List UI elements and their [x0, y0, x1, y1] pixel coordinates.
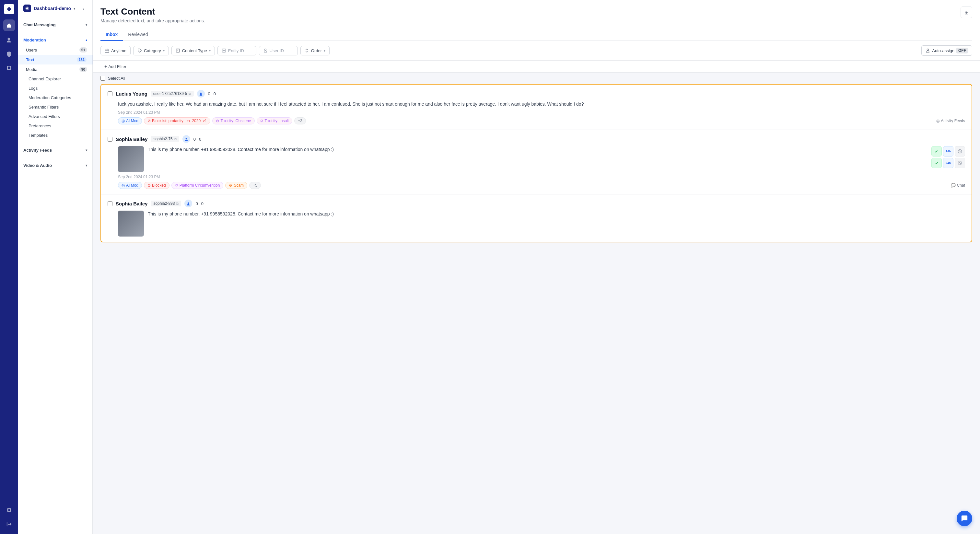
sidebar-section-moderation-header[interactable]: Moderation ▴: [18, 35, 92, 45]
card-3-count1: 0: [196, 201, 198, 206]
card-2-user-icon: [183, 135, 190, 143]
sidebar-item-templates[interactable]: Templates: [18, 130, 92, 140]
moderation-categories-label: Moderation Categories: [29, 95, 71, 100]
card-2-tag-more[interactable]: +5: [249, 182, 261, 189]
auto-assign-button[interactable]: Auto-assign OFF: [921, 45, 972, 56]
card-2-action-row-1: ✓ 24h: [931, 146, 965, 156]
sidebar-section-chat-header[interactable]: Chat Messaging ▾: [18, 20, 92, 30]
sidebar-item-preferences[interactable]: Preferences: [18, 121, 92, 130]
sidebar-item-media-badge: 90: [80, 67, 87, 72]
card-2-approve-btn[interactable]: ✓: [931, 146, 942, 156]
sidebar-item-moderation-categories[interactable]: Moderation Categories: [18, 93, 92, 102]
card-2-tag-blocked[interactable]: ⊘ Blocked: [144, 182, 170, 189]
card-2-body: This is my phone number. +91 9958592028.…: [108, 146, 965, 172]
video-audio-chevron: ▾: [86, 164, 87, 167]
card-2-block-btn-2[interactable]: [955, 158, 965, 168]
insult-label: Toxicity: Insult: [265, 119, 289, 123]
card-1-tag-insult[interactable]: ⊘ Toxicity: Insult: [257, 117, 293, 124]
float-chat-button[interactable]: [957, 511, 972, 526]
semantic-filters-label: Semantic Filters: [29, 105, 59, 110]
card-2-user-id[interactable]: sophia2-76 ⧉: [151, 136, 179, 142]
card-3-count2: 0: [201, 201, 204, 206]
chat-messaging-label: Chat Messaging: [23, 22, 56, 27]
card-2-aimod-label: AI Mod: [126, 183, 138, 188]
card-1-count2: 0: [213, 91, 216, 96]
category-filter[interactable]: Category ▾: [133, 46, 169, 56]
content-type-filter[interactable]: Content Type ▾: [172, 46, 215, 56]
card-3-body: This is my phone number. +91 9958592028.…: [108, 211, 965, 237]
card-2-copy-icon[interactable]: ⧉: [174, 137, 177, 141]
sidebar-header: Dashboard-demo ▾ ‹: [18, 0, 92, 17]
sidebar-item-logs[interactable]: Logs: [18, 84, 92, 93]
nav-icon-settings[interactable]: [3, 504, 15, 516]
sidebar-item-advanced-filters[interactable]: Advanced Filters: [18, 112, 92, 121]
activity-feeds-label: Activity Feeds: [23, 148, 52, 153]
logs-label: Logs: [29, 86, 38, 91]
tab-reviewed[interactable]: Reviewed: [123, 29, 153, 41]
card-2-timer-btn-1[interactable]: 24h: [943, 146, 953, 156]
tab-inbox[interactable]: Inbox: [100, 29, 123, 41]
sidebar-item-text-badge: 181: [77, 57, 86, 62]
sidebar: Dashboard-demo ▾ ‹ Chat Messaging ▾ Mode…: [18, 0, 93, 534]
sidebar-collapse-button[interactable]: ‹: [80, 5, 87, 12]
card-2-text: This is my phone number. +91 9958592028.…: [148, 146, 928, 172]
filters-bar: Anytime Category ▾ Content Type ▾ Entity…: [93, 41, 980, 60]
content-type-label: Content Type: [182, 48, 207, 53]
card-2-checkbox[interactable]: [108, 137, 113, 141]
card-3-checkbox[interactable]: [108, 201, 113, 206]
nav-icon-shield[interactable]: [3, 48, 15, 60]
icon-bar: [0, 0, 18, 534]
grid-view-button[interactable]: ⊞: [961, 6, 972, 18]
sidebar-section-activity: Activity Feeds ▾: [18, 143, 92, 158]
card-2-blocked-icon: ⊘: [148, 183, 151, 188]
workspace-selector[interactable]: Dashboard-demo ▾: [23, 5, 75, 12]
user-id-filter[interactable]: User ID: [259, 46, 298, 56]
card-2-timestamp: Sep 2nd 2024 01:23 PM: [108, 172, 965, 181]
card-1-tag-more[interactable]: +3: [294, 117, 306, 124]
entity-id-filter[interactable]: Entity ID: [218, 46, 256, 56]
card-1-user-id[interactable]: user-1725276189-5 ⧉: [151, 91, 194, 97]
sidebar-item-channel-explorer[interactable]: Channel Explorer: [18, 74, 92, 84]
app-logo[interactable]: [4, 4, 14, 14]
content-type-icon: [176, 48, 180, 53]
sidebar-item-text[interactable]: Text 181: [18, 55, 92, 65]
select-all-label: Select All: [108, 76, 125, 81]
card-3-copy-icon[interactable]: ⧉: [176, 202, 178, 206]
nav-icon-users[interactable]: [3, 34, 15, 45]
card-1-tag-aimod[interactable]: ◎ AI Mod: [118, 117, 142, 124]
card-1-tag-blocklist[interactable]: ⊘ Blocklist: profanity_en_2020_v1: [144, 117, 210, 124]
sidebar-item-text-label: Text: [26, 57, 34, 62]
order-icon: [305, 48, 309, 53]
card-1-copy-icon[interactable]: ⧉: [189, 92, 191, 96]
anytime-filter[interactable]: Anytime: [100, 46, 130, 56]
grid-icon: ⊞: [964, 10, 969, 16]
activity-feeds-chevron: ▾: [86, 148, 87, 152]
card-2-tag-platform[interactable]: ↻ Platform Circumvention: [172, 182, 224, 189]
order-filter[interactable]: Order ▾: [301, 46, 329, 56]
card-3-user-icon: [185, 200, 192, 207]
card-2-tag-scam[interactable]: ⚙ Scam: [225, 182, 247, 189]
sidebar-section-video-header[interactable]: Video & Audio ▾: [18, 161, 92, 170]
sidebar-item-media[interactable]: Media 90: [18, 65, 92, 74]
sidebar-section-activity-header[interactable]: Activity Feeds ▾: [18, 145, 92, 155]
card-2-user-id-text: sophia2-76: [153, 137, 172, 141]
nav-icon-logout[interactable]: [3, 518, 15, 530]
card-2-platform-icon: ↻: [175, 183, 178, 188]
nav-icon-book[interactable]: [3, 62, 15, 74]
card-1-tag-obscene[interactable]: ⊘ Toxicity: Obscene: [212, 117, 255, 124]
card-3-user-id[interactable]: sophia2-893 ⧉: [151, 200, 181, 207]
card-2-block-btn-1[interactable]: [955, 146, 965, 156]
entity-id-icon: [222, 48, 226, 53]
nav-icon-home[interactable]: [3, 19, 15, 31]
page-subtitle: Manage detected text, and take appropria…: [100, 18, 972, 23]
card-2-check-btn[interactable]: [931, 158, 942, 168]
select-all-checkbox[interactable]: [100, 76, 105, 81]
add-filter-button[interactable]: + Add Filter: [100, 62, 130, 71]
workspace-icon: [23, 5, 31, 12]
sidebar-item-semantic-filters[interactable]: Semantic Filters: [18, 102, 92, 112]
sidebar-item-users[interactable]: Users 51: [18, 45, 92, 55]
card-2-tag-aimod[interactable]: ◎ AI Mod: [118, 182, 142, 189]
card-2-timer-btn-2[interactable]: 24h: [943, 158, 953, 168]
card-1-checkbox[interactable]: [108, 91, 113, 96]
card-2-scam-label: Scam: [234, 183, 244, 188]
